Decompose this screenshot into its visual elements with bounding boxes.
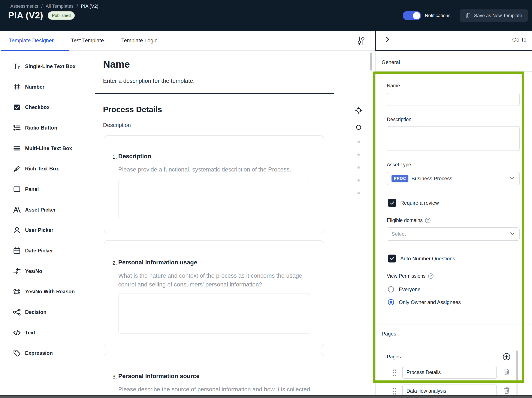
radio-option-everyone[interactable]: Everyone [388, 286, 420, 292]
sidebar-item-checkbox[interactable]: Checkbox [0, 97, 94, 118]
component-palette: Single-Line Text Box Number Checkbox Rad… [0, 51, 94, 398]
sidebar-item-yes-no-with-reason[interactable]: Yes/No With Reason [0, 282, 94, 302]
help-icon[interactable]: ? [425, 218, 431, 223]
sidebar-item-rich-text-box[interactable]: Rich Text Box [0, 158, 94, 179]
radio-selected-icon [388, 299, 394, 305]
top-header: Assessments / All Templates / PIA (V2) P… [0, 0, 532, 31]
breadcrumb-all-templates[interactable]: All Templates [46, 3, 73, 9]
description-label: Description [387, 117, 412, 122]
divider [376, 71, 532, 72]
answer-textarea[interactable] [118, 293, 310, 334]
delete-page-button[interactable] [503, 387, 510, 395]
eligible-domains-select[interactable]: Select [387, 227, 519, 241]
display-settings-button[interactable] [355, 36, 367, 47]
breadcrumb-separator: / [41, 3, 43, 9]
pages-list-label: Pages [387, 354, 401, 360]
divider [95, 93, 334, 94]
crosshair-icon[interactable] [355, 112, 363, 115]
divider [347, 34, 347, 47]
checkbox-checked-icon [388, 255, 396, 262]
pages-scrollbar[interactable] [516, 350, 518, 398]
page-indicator-dot[interactable] [357, 166, 360, 169]
yes-no-reason-icon [13, 287, 21, 296]
chevron-down-icon [510, 232, 515, 236]
add-page-button[interactable] [502, 353, 511, 361]
breadcrumb-separator: / [76, 3, 78, 9]
answer-textarea[interactable] [118, 180, 310, 218]
right-panel-header: Go To [375, 31, 532, 51]
require-review-checkbox[interactable]: Require a review [388, 199, 439, 207]
sidebar-item-expression[interactable]: Expression [0, 343, 94, 364]
panel-icon [13, 185, 21, 194]
name-input[interactable] [387, 93, 519, 106]
question-card-3[interactable]: 3. Personal Information source Please de… [104, 353, 324, 398]
sliders-icon [356, 43, 366, 46]
page-indicator-dot[interactable] [357, 192, 360, 194]
sidebar-item-panel[interactable]: Panel [0, 179, 94, 200]
select-placeholder: Select [392, 231, 406, 237]
status-badge: Published [48, 11, 75, 20]
breadcrumb: Assessments / All Templates / PIA (V2) [10, 3, 98, 9]
pen-nib-icon [13, 164, 21, 173]
page-name-input[interactable] [402, 366, 497, 379]
drag-handle[interactable] [392, 369, 397, 378]
decision-share-icon [13, 308, 21, 316]
view-permissions-label: View Permissions ? [387, 273, 433, 279]
canvas-scrollbar-thumb[interactable] [370, 52, 372, 71]
sidebar-item-multi-line-text-box[interactable]: Multi-Line Text Box [0, 138, 94, 159]
number-icon [13, 83, 21, 91]
copy-icon [465, 13, 471, 19]
tab-template-designer[interactable]: Template Designer [9, 38, 54, 44]
page-indicator-dot[interactable] [357, 179, 360, 182]
drag-handle[interactable] [392, 387, 397, 396]
auto-number-questions-checkbox[interactable]: Auto Number Questions [388, 255, 455, 262]
sidebar-item-user-picker[interactable]: User Picker [0, 220, 94, 241]
checkbox-checked-icon [388, 199, 396, 207]
question-title: Personal Information usage [118, 259, 197, 266]
sidebar-item-date-picker[interactable]: Date Picker [0, 240, 94, 261]
question-number: 1. [113, 154, 117, 160]
breadcrumb-current: PIA (V2) [81, 3, 99, 9]
question-title: Personal Information source [118, 373, 200, 379]
question-card-1[interactable]: 1. Description Please provide a function… [104, 135, 324, 233]
go-to-button[interactable]: Go To [512, 37, 526, 43]
tab-template-logic[interactable]: Template Logic [121, 38, 157, 44]
question-card-2[interactable]: 2. Personal Information usage What is th… [104, 240, 324, 347]
yes-no-arrows-icon [13, 267, 21, 276]
section-subtitle: Description [103, 122, 131, 128]
eligible-domains-label: Eligible domains ? [387, 218, 431, 223]
asset-picker-icon [13, 206, 21, 214]
collapse-panel-button[interactable] [385, 36, 390, 44]
delete-page-button[interactable] [503, 368, 510, 376]
sidebar-item-radio-button[interactable]: Radio Button [0, 118, 94, 138]
question-prompt: Please provide a functional, systematic … [118, 165, 291, 174]
sidebar-item-single-line-text-box[interactable]: Single-Line Text Box [0, 56, 94, 77]
pages-scrollbar-thumb[interactable] [516, 350, 518, 383]
breadcrumb-assessments[interactable]: Assessments [10, 3, 38, 9]
section-title: Process Details [103, 105, 162, 114]
sidebar-item-decision[interactable]: Decision [0, 302, 94, 322]
notifications-toggle[interactable] [403, 11, 421, 20]
plus-circle-icon [502, 358, 511, 361]
description-input[interactable] [387, 126, 519, 151]
settings-panel: General Name Description Asset Type PROC… [375, 51, 532, 398]
question-prompt: Please describe the source of personal i… [118, 385, 312, 394]
template-name-heading: Name [103, 58, 130, 70]
toggle-knob [413, 12, 420, 19]
sidebar-item-number[interactable]: Number [0, 77, 94, 97]
asset-type-select[interactable]: PROC Business Process [387, 172, 519, 185]
save-as-new-template-button[interactable]: Save as New Template [460, 9, 528, 22]
radio-button-icon [13, 124, 21, 132]
tab-test-template[interactable]: Test Template [71, 38, 104, 44]
checkbox-icon [13, 103, 21, 112]
sidebar-item-asset-picker[interactable]: Asset Picker [0, 200, 94, 220]
current-page-indicator[interactable] [356, 125, 361, 130]
question-number: 3. [113, 374, 117, 380]
page-indicator-dot[interactable] [357, 141, 360, 143]
sidebar-item-yes-no[interactable]: Yes/No [0, 261, 94, 282]
help-icon[interactable]: ? [428, 273, 433, 279]
notifications-label: Notifications [425, 13, 451, 19]
sidebar-item-text[interactable]: Text [0, 322, 94, 343]
radio-option-only-owner-assignees[interactable]: Only Owner and Assignees [388, 299, 461, 305]
page-indicator-dot[interactable] [357, 153, 360, 156]
